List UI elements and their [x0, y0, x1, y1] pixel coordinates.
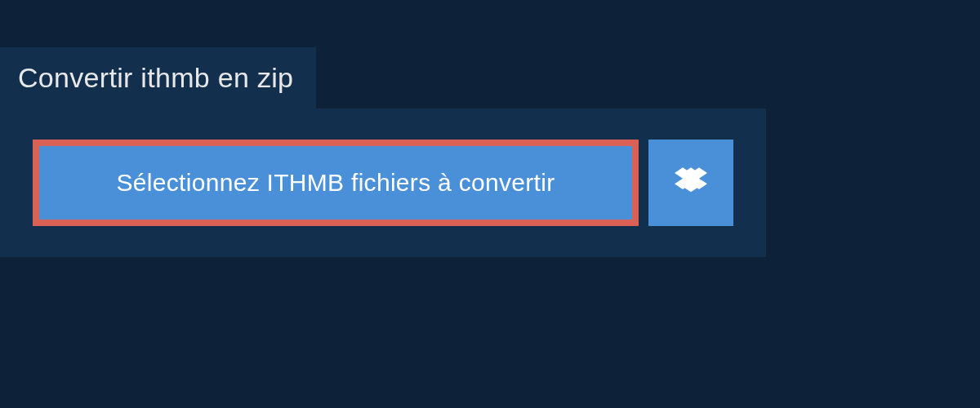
tab-container: Convertir ithmb en zip: [0, 47, 980, 109]
select-files-button[interactable]: Sélectionnez ITHMB fichiers à convertir: [33, 140, 639, 226]
dropbox-icon: [675, 165, 707, 201]
tab-label: Convertir ithmb en zip: [18, 62, 293, 93]
upload-panel: Sélectionnez ITHMB fichiers à convertir: [0, 109, 766, 257]
select-files-label: Sélectionnez ITHMB fichiers à convertir: [117, 169, 555, 196]
button-row: Sélectionnez ITHMB fichiers à convertir: [33, 140, 733, 226]
dropbox-button[interactable]: [648, 140, 733, 226]
tab-convert[interactable]: Convertir ithmb en zip: [0, 47, 316, 109]
